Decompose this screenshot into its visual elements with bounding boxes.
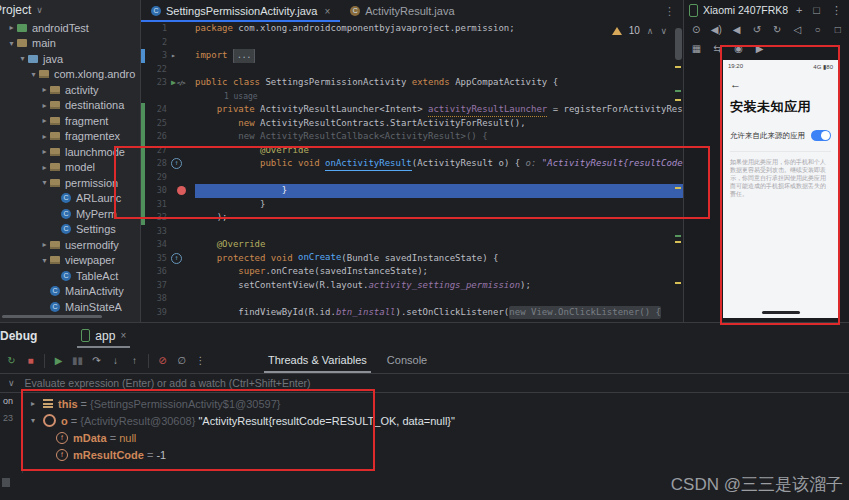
breakpoint-icon[interactable] (177, 186, 186, 195)
tree-collapsed-icon[interactable]: ▸ (39, 101, 50, 110)
run-icon[interactable]: ▶ (171, 76, 176, 90)
tree-item-model[interactable]: ▸model (0, 160, 140, 176)
tree-collapsed-icon[interactable]: ▸ (39, 240, 50, 249)
tree-expanded-icon[interactable]: ▾ (28, 70, 39, 79)
project-panel-header[interactable]: Project ∨ (0, 0, 140, 20)
tree-collapsed-icon[interactable]: ▸ (39, 132, 50, 141)
code-line-1[interactable]: 1package com.xlong.androidcomponentbyjav… (141, 22, 683, 36)
code-line-39[interactable]: 39 findViewById(R.id.btn_install).setOnC… (141, 306, 683, 320)
tree-item-mainstatea[interactable]: CMainStateA (0, 299, 140, 315)
more-icon[interactable]: ⋮ (191, 355, 210, 366)
power-icon[interactable]: ⊙ (686, 21, 706, 38)
code-line-31[interactable]: 31 } (141, 198, 683, 212)
resume-icon[interactable]: ▶ (49, 355, 68, 366)
window-icon[interactable]: □ (810, 4, 823, 16)
step-into-icon[interactable]: ↓ (106, 355, 125, 366)
tree-item-usermodify[interactable]: ▸usermodify (0, 237, 140, 253)
home-icon[interactable]: ○ (808, 21, 828, 38)
gutter[interactable]: ▶</> (171, 76, 195, 90)
gutter[interactable]: ↑ (171, 253, 195, 264)
tree-chevron-icon[interactable]: ▾ (28, 416, 38, 425)
tree-item-tableact[interactable]: CTableAct (0, 268, 140, 284)
gutter[interactable]: ↑ (171, 158, 195, 169)
code-line-28[interactable]: 28↑ public void onActivityResult(Activit… (141, 157, 683, 171)
volume-up-icon[interactable]: ◀) (706, 21, 726, 38)
tree-collapsed-icon[interactable]: ▸ (39, 147, 50, 156)
code-line-36[interactable]: 36 super.onCreate(savedInstanceState); (141, 265, 683, 279)
hardware-input-icon[interactable]: ▦ (686, 40, 707, 57)
toggle-switch[interactable] (811, 130, 831, 141)
rotate-right-icon[interactable]: ↻ (767, 21, 787, 38)
fold-icon[interactable]: ⇆ (707, 40, 728, 57)
tree-item-androidtest[interactable]: ▸androidTest (0, 20, 140, 36)
tab-activity-result[interactable]: C ActivityResult.java (340, 0, 464, 22)
tree-item-launchmode[interactable]: ▸launchmode (0, 144, 140, 160)
close-icon[interactable]: × (324, 6, 330, 17)
tree-item-fragment[interactable]: ▸fragment (0, 113, 140, 129)
rerun-icon[interactable]: ↻ (2, 355, 21, 366)
tree-collapsed-icon[interactable]: ▸ (39, 163, 50, 172)
tree-collapsed-icon[interactable]: ▸ (39, 116, 50, 125)
tree-collapsed-icon[interactable]: ▸ (39, 85, 50, 94)
code-line-32[interactable]: 32 ); (141, 211, 683, 225)
variable-row-mResultCode[interactable]: fmResultCode = -1 (28, 446, 849, 463)
tree-expanded-icon[interactable]: ▾ (39, 256, 50, 265)
gutter[interactable] (171, 186, 195, 195)
tree-item-destinationa[interactable]: ▸destinationa (0, 98, 140, 114)
code-line-23[interactable]: 23▶</>public class SettingsPermissionAct… (141, 76, 683, 90)
editor-scrollbar[interactable] (675, 28, 682, 60)
evaluate-expression-input[interactable]: ∨ Evaluate expression (Enter) or add a w… (0, 373, 849, 393)
tree-expanded-icon[interactable]: ▾ (6, 39, 17, 48)
allow-source-row[interactable]: 允许来自此来源的应用 (723, 116, 838, 141)
tree-expanded-icon[interactable]: ▾ (39, 178, 50, 187)
screenshot-icon[interactable]: ◉ (728, 40, 749, 57)
frame-item[interactable]: on (0, 393, 22, 410)
tree-item-arlaunc[interactable]: CARLaunc (0, 191, 140, 207)
tree-item-main[interactable]: ▾main (0, 36, 140, 52)
tab-console[interactable]: Console (377, 348, 437, 373)
stop-icon[interactable]: ■ (21, 355, 40, 366)
gutter[interactable]: ▸ (171, 49, 195, 63)
frame-item[interactable]: 23 (0, 410, 22, 427)
tree-item-com-xlong-andro[interactable]: ▾com.xlong.andro (0, 67, 140, 83)
tree-item-mainactivity[interactable]: CMainActivity (0, 284, 140, 300)
code-line-34[interactable]: 34 @Override (141, 238, 683, 252)
tree-chevron-icon[interactable]: ▸ (28, 399, 38, 408)
back-icon[interactable]: ◁ (787, 21, 807, 38)
back-arrow-icon[interactable]: ← (723, 70, 838, 90)
rotate-left-icon[interactable]: ↺ (747, 21, 767, 38)
code-line-30[interactable]: 30 } (141, 184, 683, 198)
mute-breakpoints-icon[interactable]: ⊘ (153, 355, 172, 366)
tree-expanded-icon[interactable]: ▾ (17, 54, 28, 63)
code-area[interactable]: 1package com.xlong.androidcomponentbyjav… (141, 22, 683, 322)
code-line-24[interactable]: 24 private ActivityResultLauncher<Intent… (141, 103, 683, 117)
code-line-2[interactable]: 2 (141, 36, 683, 50)
tab-options-icon[interactable]: ⋮ (656, 0, 683, 22)
variable-row-this[interactable]: ▸this = {SettingsPermissionActivity$1@30… (28, 395, 849, 412)
more-icon[interactable]: ⋮ (828, 4, 845, 17)
volume-down-icon[interactable]: ◀ (727, 21, 747, 38)
tree-item-settings[interactable]: CSettings (0, 222, 140, 238)
device-screen[interactable]: 19:20 4G ▮80 ← 安装未知应用 允许来自此来源的应用 如果使用此类应… (723, 60, 838, 318)
code-line-35[interactable]: 35↑ protected void onCreate(Bundle saved… (141, 252, 683, 266)
code-line-25[interactable]: 25 new ActivityResultContracts.StartActi… (141, 117, 683, 131)
code-line-22[interactable]: 22 (141, 63, 683, 77)
overview-icon[interactable]: □ (828, 21, 848, 38)
variable-row-mData[interactable]: fmData = null (28, 429, 849, 446)
tab-settings-permission-activity[interactable]: C SettingsPermissionActivity.java × (141, 0, 340, 22)
override-method-icon[interactable]: ↑ (171, 158, 182, 169)
tree-item-java[interactable]: ▾java (0, 51, 140, 67)
code-line-29[interactable]: 29 (141, 171, 683, 185)
code-line-38[interactable]: 38 (141, 292, 683, 306)
tab-threads-variables[interactable]: Threads & Variables (258, 348, 377, 373)
tree-item-myperm[interactable]: CMyPerm (0, 206, 140, 222)
tree-item-activity[interactable]: ▸activity (0, 82, 140, 98)
override-method-icon[interactable]: ↑ (171, 253, 182, 264)
screen-record-icon[interactable]: ▶ (749, 40, 770, 57)
tree-item-viewpaper[interactable]: ▾viewpaper (0, 253, 140, 269)
code-line-33[interactable]: 33 (141, 225, 683, 239)
new-tab-icon[interactable]: + (793, 4, 805, 16)
next-issue-icon[interactable]: ∨ (660, 26, 667, 36)
variable-row-o[interactable]: ▾o = {ActivityResult@30608} "ActivityRes… (28, 412, 849, 429)
frames-pane[interactable]: on23 (0, 393, 23, 473)
